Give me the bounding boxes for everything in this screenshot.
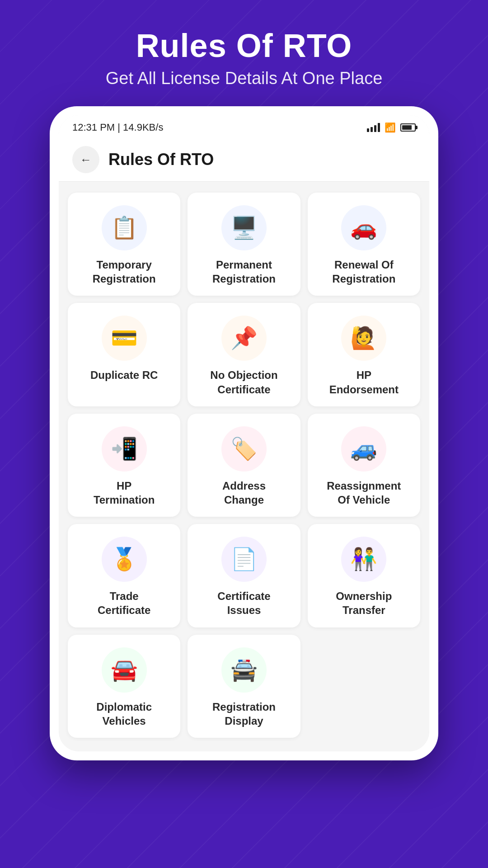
phone-mockup: 12:31 PM | 14.9KB/s 📶 ← Rules Of RTO 📋Te… [50, 106, 438, 760]
grid-item-renewal-of-registration[interactable]: 🚗Renewal Of Registration [308, 193, 420, 296]
icon-address-change: 🏷️ [221, 426, 267, 472]
label-ownership-transfer: Ownership Transfer [336, 589, 392, 617]
label-diplomatic-vehicles: Diplomatic Vehicles [96, 700, 152, 728]
grid: 📋Temporary Registration🖥️Permanent Regis… [68, 193, 420, 738]
icon-hp-endorsement: 🙋 [341, 316, 386, 361]
signal-icon [367, 123, 380, 132]
label-reassignment-of-vehicle: Reassignment Of Vehicle [327, 479, 401, 507]
battery-icon [400, 123, 416, 132]
label-duplicate-rc: Duplicate RC [90, 368, 158, 382]
grid-item-reassignment-of-vehicle[interactable]: 🚙Reassignment Of Vehicle [308, 414, 420, 517]
grid-item-permanent-registration[interactable]: 🖥️Permanent Registration [188, 193, 300, 296]
status-icons: 📶 [367, 122, 416, 133]
grid-item-temporary-registration[interactable]: 📋Temporary Registration [68, 193, 180, 296]
icon-permanent-registration: 🖥️ [221, 205, 267, 250]
content-area: 📋Temporary Registration🖥️Permanent Regis… [59, 182, 429, 751]
label-certificate-issues: Certificate Issues [217, 589, 270, 617]
grid-item-duplicate-rc[interactable]: 💳Duplicate RC [68, 303, 180, 406]
label-hp-termination: HP Termination [94, 479, 155, 507]
grid-item-registration-display[interactable]: 🚔Registration Display [188, 635, 300, 738]
header-section: Rules Of RTO Get All License Details At … [0, 0, 488, 106]
label-renewal-of-registration: Renewal Of Registration [332, 258, 395, 286]
app-bar: ← Rules Of RTO [59, 138, 429, 182]
icon-temporary-registration: 📋 [102, 205, 147, 250]
label-address-change: Address Change [222, 479, 266, 507]
icon-certificate-issues: 📄 [221, 537, 267, 582]
phone-screen: 12:31 PM | 14.9KB/s 📶 ← Rules Of RTO 📋Te… [59, 115, 429, 751]
status-bar: 12:31 PM | 14.9KB/s 📶 [59, 115, 429, 138]
status-time: 12:31 PM | 14.9KB/s [72, 122, 163, 133]
icon-hp-termination: 📲 [102, 426, 147, 472]
icon-diplomatic-vehicles: 🚘 [102, 647, 147, 693]
label-no-objection-certificate: No Objection Certificate [210, 368, 277, 396]
grid-item-ownership-transfer[interactable]: 👫Ownership Transfer [308, 524, 420, 627]
icon-no-objection-certificate: 📌 [221, 316, 267, 361]
label-hp-endorsement: HP Endorsement [329, 368, 399, 396]
label-trade-certificate: Trade Certificate [98, 589, 150, 617]
wifi-icon: 📶 [385, 122, 396, 133]
label-registration-display: Registration Display [212, 700, 276, 728]
icon-renewal-of-registration: 🚗 [341, 205, 386, 250]
grid-item-hp-termination[interactable]: 📲HP Termination [68, 414, 180, 517]
header-subtitle: Get All License Details At One Place [18, 69, 470, 88]
label-temporary-registration: Temporary Registration [93, 258, 156, 286]
grid-item-address-change[interactable]: 🏷️Address Change [188, 414, 300, 517]
icon-registration-display: 🚔 [221, 647, 267, 693]
header-title: Rules Of RTO [18, 27, 470, 64]
grid-item-diplomatic-vehicles[interactable]: 🚘Diplomatic Vehicles [68, 635, 180, 738]
grid-item-hp-endorsement[interactable]: 🙋HP Endorsement [308, 303, 420, 406]
icon-trade-certificate: 🏅 [102, 537, 147, 582]
label-permanent-registration: Permanent Registration [212, 258, 276, 286]
grid-item-certificate-issues[interactable]: 📄Certificate Issues [188, 524, 300, 627]
icon-ownership-transfer: 👫 [341, 537, 386, 582]
icon-duplicate-rc: 💳 [102, 316, 147, 361]
app-bar-title: Rules Of RTO [108, 150, 214, 169]
icon-reassignment-of-vehicle: 🚙 [341, 426, 386, 472]
grid-item-no-objection-certificate[interactable]: 📌No Objection Certificate [188, 303, 300, 406]
back-button[interactable]: ← [72, 146, 99, 173]
grid-item-trade-certificate[interactable]: 🏅Trade Certificate [68, 524, 180, 627]
